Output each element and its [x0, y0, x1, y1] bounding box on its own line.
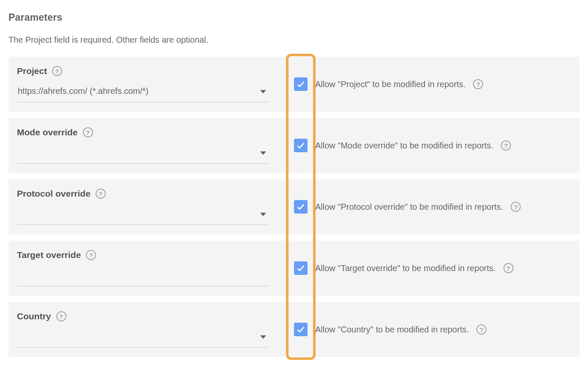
param-row-protocol-override: Protocol override ? Allow "Protocol over…	[8, 179, 580, 234]
chevron-down-icon	[260, 335, 266, 339]
allow-modify-label: Allow "Mode override" to be modified in …	[315, 141, 493, 151]
protocol-override-dropdown[interactable]	[17, 205, 269, 225]
param-label: Target override	[17, 250, 81, 260]
allow-modify-label: Allow "Protocol override" to be modified…	[315, 202, 503, 212]
protocol-override-dropdown-value	[18, 209, 260, 220]
help-icon[interactable]: ?	[476, 324, 486, 335]
parameters-subtext: The Project field is required. Other fie…	[8, 35, 580, 45]
allow-modify-checkbox[interactable]	[294, 261, 308, 275]
help-icon[interactable]: ?	[503, 263, 514, 273]
help-icon[interactable]: ?	[501, 140, 511, 151]
country-dropdown[interactable]	[17, 327, 269, 348]
project-dropdown-value: https://ahrefs.com/ (*.ahrefs.com/*)	[18, 86, 260, 97]
param-label: Project	[17, 66, 47, 76]
allow-modify-checkbox[interactable]	[294, 200, 308, 214]
allow-modify-checkbox[interactable]	[294, 139, 308, 152]
target-override-input-value	[18, 270, 266, 281]
param-label: Country	[17, 311, 51, 321]
mode-override-dropdown[interactable]	[17, 143, 269, 164]
help-icon[interactable]: ?	[473, 79, 483, 89]
help-icon[interactable]: ?	[511, 202, 521, 212]
parameters-rows: Project ? https://ahrefs.com/ (*.ahrefs.…	[8, 57, 580, 357]
chevron-down-icon	[260, 213, 266, 216]
help-icon[interactable]: ?	[83, 127, 93, 137]
allow-modify-checkbox[interactable]	[294, 323, 308, 336]
chevron-down-icon	[260, 90, 266, 93]
help-icon[interactable]: ?	[86, 250, 96, 260]
param-row-project: Project ? https://ahrefs.com/ (*.ahrefs.…	[8, 57, 580, 112]
allow-modify-label: Allow "Target override" to be modified i…	[315, 263, 496, 273]
param-row-target-override: Target override ? Allow "Target override…	[8, 241, 580, 296]
target-override-input[interactable]	[17, 266, 269, 286]
allow-modify-label: Allow "Project" to be modified in report…	[315, 80, 465, 89]
allow-modify-label: Allow "Country" to be modified in report…	[315, 325, 469, 335]
mode-override-dropdown-value	[18, 148, 260, 159]
param-label: Protocol override	[17, 189, 91, 199]
chevron-down-icon	[260, 151, 266, 155]
help-icon[interactable]: ?	[56, 311, 66, 321]
param-label: Mode override	[17, 127, 78, 137]
country-dropdown-value	[18, 332, 260, 343]
param-row-mode-override: Mode override ? Allow "Mode override" to…	[8, 118, 580, 173]
allow-modify-checkbox[interactable]	[294, 77, 308, 91]
help-icon[interactable]: ?	[52, 66, 62, 76]
help-icon[interactable]: ?	[96, 189, 106, 199]
parameters-heading: Parameters	[8, 12, 580, 23]
project-dropdown[interactable]: https://ahrefs.com/ (*.ahrefs.com/*)	[17, 82, 269, 102]
param-row-country: Country ? Allow "Country" to be modified…	[8, 302, 580, 357]
